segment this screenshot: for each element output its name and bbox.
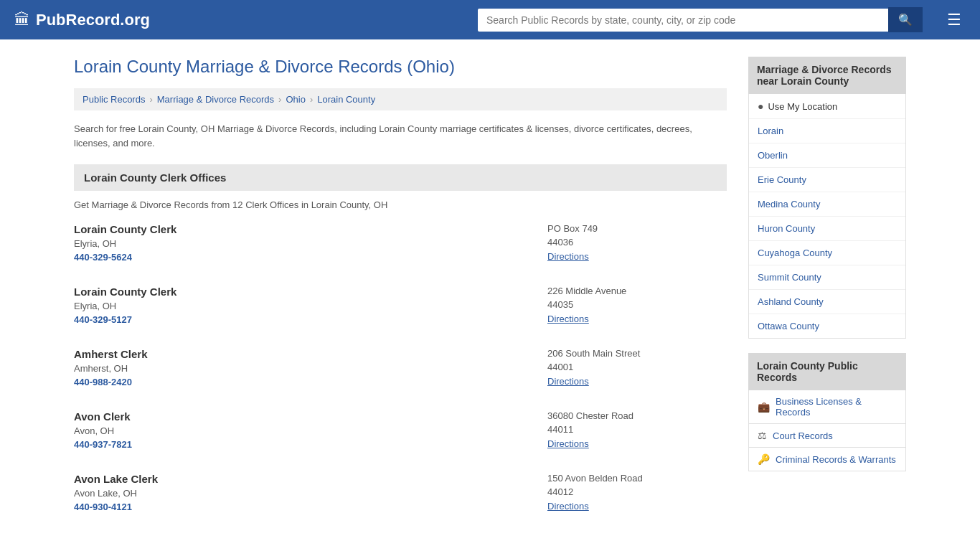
sidebar-record-item-1[interactable]: ⚖Court Records bbox=[748, 424, 906, 448]
sidebar-nearby-item-1[interactable]: Oberlin bbox=[749, 143, 905, 168]
clerk-right-1: 226 Middle Avenue 44035 Directions bbox=[540, 286, 727, 325]
clerk-list: Lorain County Clerk Elyria, OH 440-329-5… bbox=[74, 223, 727, 515]
clerk-left-1: Lorain County Clerk Elyria, OH 440-329-5… bbox=[74, 286, 540, 325]
clerk-address: 206 South Main Street bbox=[547, 348, 727, 359]
clerk-right-2: 206 South Main Street 44001 Directions bbox=[540, 348, 727, 387]
sidebar-nearby-item-5[interactable]: Cuyahoga County bbox=[749, 241, 905, 265]
sidebar: Marriage & Divorce Records near Lorain C… bbox=[748, 57, 906, 535]
breadcrumb-sep-2: › bbox=[278, 94, 281, 105]
clerk-directions: Directions bbox=[547, 500, 727, 512]
clerk-address: 226 Middle Avenue bbox=[547, 286, 727, 296]
logo-icon: 🏛 bbox=[14, 11, 30, 29]
record-icon-2: 🔑 bbox=[758, 453, 770, 465]
search-icon: 🔍 bbox=[898, 14, 913, 26]
clerk-phone[interactable]: 440-329-5624 bbox=[74, 252, 540, 263]
use-location-label: Use My Location bbox=[768, 101, 837, 112]
sidebar-nearby-item-8[interactable]: Ottawa County bbox=[749, 314, 905, 338]
clerk-zip: 44012 bbox=[547, 486, 727, 497]
directions-link[interactable]: Directions bbox=[547, 438, 589, 449]
clerk-directions: Directions bbox=[547, 438, 727, 449]
hamburger-icon: ☰ bbox=[947, 11, 961, 29]
search-area: 🔍 bbox=[478, 7, 923, 32]
clerk-entry: Lorain County Clerk Elyria, OH 440-329-5… bbox=[74, 286, 727, 328]
clerk-left-4: Avon Lake Clerk Avon Lake, OH 440-930-41… bbox=[74, 473, 540, 512]
breadcrumb-ohio[interactable]: Ohio bbox=[286, 94, 305, 105]
logo-text: PubRecord.org bbox=[36, 11, 150, 29]
sidebar-record-item-2[interactable]: 🔑Criminal Records & Warrants bbox=[748, 448, 906, 471]
use-my-location[interactable]: ● Use My Location bbox=[749, 94, 905, 119]
section-subtext: Get Marriage & Divorce Records from 12 C… bbox=[74, 199, 727, 210]
directions-link[interactable]: Directions bbox=[547, 314, 589, 324]
directions-link[interactable]: Directions bbox=[547, 501, 589, 512]
clerk-name: Lorain County Clerk bbox=[74, 223, 540, 235]
nearby-box: Marriage & Divorce Records near Lorain C… bbox=[748, 57, 906, 339]
breadcrumb: Public Records › Marriage & Divorce Reco… bbox=[74, 88, 727, 110]
clerk-entry: Amherst Clerk Amherst, OH 440-988-2420 2… bbox=[74, 348, 727, 390]
page-description: Search for free Lorain County, OH Marria… bbox=[74, 122, 727, 150]
clerk-right-4: 150 Avon Belden Road 44012 Directions bbox=[540, 473, 727, 512]
clerk-address: 150 Avon Belden Road bbox=[547, 473, 727, 484]
clerk-phone[interactable]: 440-930-4121 bbox=[74, 501, 540, 512]
record-label-0: Business Licenses & Records bbox=[776, 396, 897, 418]
location-icon: ● bbox=[758, 100, 763, 112]
sidebar-nearby-item-6[interactable]: Summit County bbox=[749, 265, 905, 290]
clerk-phone[interactable]: 440-937-7821 bbox=[74, 439, 540, 450]
clerk-right-3: 36080 Chester Road 44011 Directions bbox=[540, 410, 727, 450]
directions-link[interactable]: Directions bbox=[547, 376, 589, 387]
clerk-left-2: Amherst Clerk Amherst, OH 440-988-2420 bbox=[74, 348, 540, 387]
sidebar-nearby-item-7[interactable]: Ashland County bbox=[749, 290, 905, 314]
clerk-directions: Directions bbox=[547, 375, 727, 387]
breadcrumb-public-records[interactable]: Public Records bbox=[83, 94, 145, 105]
clerk-entry: Avon Clerk Avon, OH 440-937-7821 36080 C… bbox=[74, 410, 727, 453]
clerk-name: Amherst Clerk bbox=[74, 348, 540, 360]
clerk-city: Elyria, OH bbox=[74, 301, 540, 311]
page-title: Lorain County Marriage & Divorce Records… bbox=[74, 57, 727, 77]
breadcrumb-lorain-county[interactable]: Lorain County bbox=[317, 94, 375, 105]
clerk-address: 36080 Chester Road bbox=[547, 410, 727, 421]
clerk-city: Amherst, OH bbox=[74, 363, 540, 374]
sidebar-nearby-item-0[interactable]: Lorain bbox=[749, 119, 905, 143]
nearby-title: Marriage & Divorce Records near Lorain C… bbox=[748, 57, 906, 94]
nearby-items: ● Use My Location LorainOberlinErie Coun… bbox=[748, 94, 906, 339]
clerk-city: Avon, OH bbox=[74, 425, 540, 436]
breadcrumb-marriage-divorce[interactable]: Marriage & Divorce Records bbox=[157, 94, 274, 105]
clerk-zip: 44035 bbox=[547, 299, 727, 310]
sidebar-record-item-0[interactable]: 💼Business Licenses & Records bbox=[748, 390, 906, 424]
clerk-entry: Avon Lake Clerk Avon Lake, OH 440-930-41… bbox=[74, 473, 727, 515]
sidebar-nearby-item-2[interactable]: Erie County bbox=[749, 168, 905, 192]
record-icon-0: 💼 bbox=[758, 401, 770, 413]
clerk-city: Avon Lake, OH bbox=[74, 488, 540, 499]
logo-link[interactable]: 🏛 PubRecord.org bbox=[14, 11, 150, 29]
clerk-entry: Lorain County Clerk Elyria, OH 440-329-5… bbox=[74, 223, 727, 265]
clerk-phone[interactable]: 440-988-2420 bbox=[74, 377, 540, 387]
sidebar-nearby-item-4[interactable]: Huron County bbox=[749, 217, 905, 241]
clerk-name: Avon Lake Clerk bbox=[74, 473, 540, 485]
clerk-zip: 44036 bbox=[547, 237, 727, 248]
clerk-city: Elyria, OH bbox=[74, 238, 540, 249]
clerk-name: Lorain County Clerk bbox=[74, 286, 540, 298]
record-label-2: Criminal Records & Warrants bbox=[776, 454, 896, 465]
records-title: Lorain County Public Records bbox=[748, 353, 906, 390]
clerk-left-3: Avon Clerk Avon, OH 440-937-7821 bbox=[74, 410, 540, 450]
records-box: Lorain County Public Records 💼Business L… bbox=[748, 353, 906, 471]
clerk-phone[interactable]: 440-329-5127 bbox=[74, 314, 540, 325]
clerk-right-0: PO Box 749 44036 Directions bbox=[540, 223, 727, 263]
sidebar-nearby-item-3[interactable]: Medina County bbox=[749, 192, 905, 217]
clerk-zip: 44011 bbox=[547, 424, 727, 435]
site-header: 🏛 PubRecord.org 🔍 ☰ bbox=[0, 0, 980, 39]
clerk-zip: 44001 bbox=[547, 362, 727, 372]
clerk-address: PO Box 749 bbox=[547, 223, 727, 234]
breadcrumb-sep-1: › bbox=[149, 94, 152, 105]
clerk-left-0: Lorain County Clerk Elyria, OH 440-329-5… bbox=[74, 223, 540, 263]
section-header: Lorain County Clerk Offices bbox=[74, 164, 727, 191]
search-input[interactable] bbox=[478, 9, 888, 32]
search-button[interactable]: 🔍 bbox=[888, 7, 923, 32]
record-icon-1: ⚖ bbox=[758, 430, 767, 441]
record-label-1: Court Records bbox=[773, 430, 833, 441]
clerk-directions: Directions bbox=[547, 250, 727, 262]
breadcrumb-sep-3: › bbox=[310, 94, 313, 105]
main-container: Lorain County Marriage & Divorce Records… bbox=[60, 39, 920, 551]
menu-button[interactable]: ☰ bbox=[943, 11, 966, 29]
clerk-name: Avon Clerk bbox=[74, 410, 540, 423]
directions-link[interactable]: Directions bbox=[547, 251, 589, 262]
